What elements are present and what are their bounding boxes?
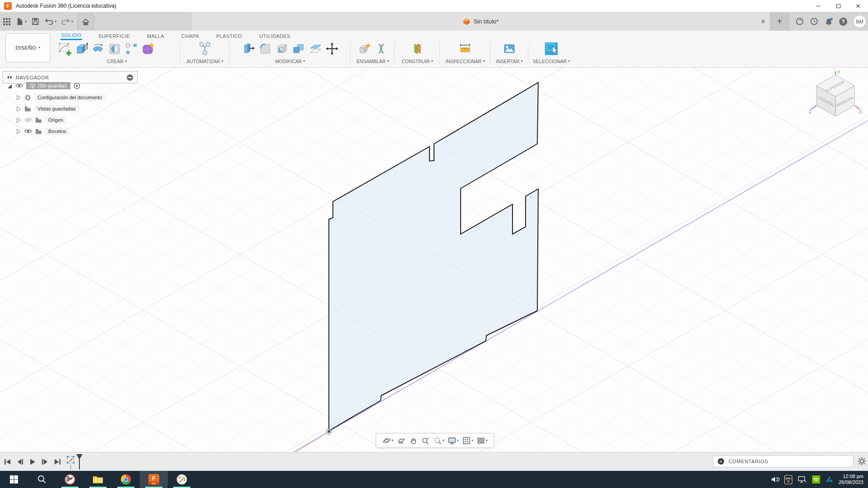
view-cube[interactable]: Y SUPERIOR FRONTAL DERECHA Z X — [808, 69, 865, 119]
network-icon[interactable] — [797, 475, 807, 484]
navigator-panel-header[interactable]: NAVEGADOR — [2, 71, 138, 83]
workspace-selector[interactable]: DISEÑO ▾ — [5, 33, 51, 62]
zoom-button[interactable]: ± — [421, 436, 430, 445]
hole-button[interactable] — [107, 41, 122, 56]
job-status-icon[interactable] — [795, 17, 804, 26]
new-tab-button[interactable]: + — [770, 12, 790, 31]
user-avatar[interactable]: BM — [853, 15, 866, 28]
measure-button[interactable] — [457, 41, 473, 56]
save-button[interactable] — [31, 17, 40, 26]
redo-button[interactable]: ▾ — [61, 17, 73, 26]
epic-games-icon[interactable]: EPIC — [784, 475, 793, 484]
collapse-tree-icon[interactable] — [127, 74, 133, 81]
timeline-settings-button[interactable] — [858, 457, 866, 465]
navigator-root-row[interactable]: (Sin guardar) — [6, 82, 80, 89]
group-label-ensamblar[interactable]: ENSAMBLAR▾ — [352, 59, 393, 64]
tab-chapa[interactable]: CHAPA — [180, 32, 200, 40]
group-label-inspeccionar[interactable]: INSPECCIONAR▾ — [441, 59, 489, 64]
start-button[interactable] — [0, 471, 28, 488]
app-grid-button[interactable] — [3, 18, 11, 26]
extrude-button[interactable] — [74, 41, 89, 56]
expand-arrow-icon[interactable] — [16, 106, 21, 112]
history-clock-icon[interactable] — [810, 17, 818, 26]
minimize-button[interactable] — [808, 0, 828, 12]
viewports-button[interactable]: ▾ — [476, 436, 488, 445]
navigator-item-document-settings[interactable]: Configuración del documento — [16, 94, 105, 101]
expand-arrow-icon[interactable] — [16, 129, 21, 134]
create-form-button[interactable] — [140, 41, 156, 56]
navigator-item-origin[interactable]: Origen — [16, 116, 66, 124]
look-at-button[interactable] — [397, 436, 406, 445]
expand-arrow-icon[interactable] — [16, 95, 21, 101]
tab-malla[interactable]: MALLA — [146, 32, 165, 40]
construct-plane-button[interactable] — [410, 41, 425, 56]
root-document-chip[interactable]: (Sin guardar) — [26, 82, 70, 89]
taskbar-fusion-360[interactable]: F360 — [140, 471, 168, 488]
orbit-button[interactable]: ▾ — [382, 436, 393, 445]
create-sketch-button[interactable] — [57, 41, 72, 56]
notifications-bell-icon[interactable] — [824, 17, 833, 26]
activate-target-icon[interactable] — [74, 83, 80, 89]
maximize-button[interactable] — [828, 0, 848, 12]
timeline-sketch-feature[interactable] — [66, 455, 76, 470]
pattern-button[interactable] — [124, 41, 139, 56]
group-label-modificar[interactable]: MODIFICAR▾ — [231, 59, 349, 64]
combine-button[interactable] — [291, 41, 306, 56]
volume-icon[interactable] — [771, 475, 780, 484]
home-view-button[interactable] — [78, 14, 94, 30]
comments-input[interactable]: + COMENTARIOS — [713, 455, 854, 467]
fit-view-button[interactable]: ▾ — [433, 436, 444, 445]
new-component-button[interactable] — [357, 41, 372, 56]
play-button[interactable] — [29, 458, 36, 465]
taskbar-file-explorer[interactable] — [84, 471, 112, 488]
tab-plastico[interactable]: PLÁSTICO — [215, 32, 243, 40]
tab-utilidades[interactable]: UTILIDADES — [259, 32, 291, 40]
model-viewport[interactable]: NAVEGADOR (Sin guardar) Configuración de… — [0, 68, 868, 452]
revolve-button[interactable] — [90, 41, 106, 56]
group-label-automatizar[interactable]: AUTOMATIZAR▾ — [181, 59, 228, 64]
visibility-off-eye-icon[interactable] — [24, 117, 32, 123]
fillet-button[interactable] — [258, 41, 273, 56]
taskbar-clock[interactable]: 12:08 pm 26/08/2023 — [839, 474, 863, 485]
taskbar-paint[interactable] — [168, 471, 196, 488]
display-settings-button[interactable]: ▾ — [448, 436, 459, 445]
close-tab-button[interactable]: × — [761, 12, 765, 31]
document-tab[interactable]: Sin título* × — [192, 12, 770, 31]
collapse-panel-icon[interactable] — [7, 75, 12, 79]
autodesk-icon[interactable] — [825, 475, 834, 484]
sketch-profile[interactable] — [329, 83, 538, 431]
automate-button[interactable] — [197, 41, 212, 56]
navigator-item-sketches[interactable]: Bocetos — [16, 128, 69, 135]
help-button[interactable]: ? — [839, 18, 847, 26]
nvidia-icon[interactable] — [812, 475, 821, 484]
go-to-end-button[interactable] — [54, 458, 61, 465]
select-button[interactable] — [544, 41, 559, 56]
visibility-eye-icon[interactable] — [24, 129, 32, 134]
navigator-item-saved-views[interactable]: Vistas guardadas — [16, 105, 79, 112]
move-copy-button[interactable] — [324, 41, 340, 56]
joint-button[interactable] — [374, 41, 389, 56]
expanded-arrow-icon[interactable] — [6, 83, 12, 89]
pan-button[interactable] — [409, 436, 418, 445]
file-menu-button[interactable]: ▾ — [15, 17, 27, 26]
expand-arrow-icon[interactable] — [16, 117, 21, 123]
taskbar-snipping-tool[interactable] — [56, 471, 84, 488]
grid-settings-button[interactable]: ▾ — [462, 436, 473, 445]
insert-button[interactable] — [502, 41, 517, 56]
group-label-construir[interactable]: CONSTRUIR▾ — [396, 59, 439, 64]
step-forward-button[interactable] — [41, 458, 49, 465]
timeline-position-marker[interactable] — [76, 454, 83, 470]
visibility-eye-icon[interactable] — [15, 83, 23, 88]
tab-superficie[interactable]: SUPERFICIE — [97, 32, 131, 40]
group-label-seleccionar[interactable]: SELECCIONAR▾ — [530, 59, 573, 64]
group-label-insertar[interactable]: INSERTAR▾ — [492, 59, 527, 64]
undo-button[interactable]: ▾ — [44, 17, 56, 26]
press-pull-button[interactable] — [241, 41, 256, 56]
origin-marker-point[interactable] — [328, 430, 330, 433]
step-back-button[interactable] — [16, 458, 24, 465]
offset-face-button[interactable] — [308, 41, 323, 56]
tab-solido[interactable]: SOLIDO — [60, 31, 82, 40]
go-to-start-button[interactable] — [4, 458, 11, 465]
group-label-crear[interactable]: CREAR▾ — [57, 59, 177, 64]
close-button[interactable]: ✕ — [848, 0, 868, 12]
